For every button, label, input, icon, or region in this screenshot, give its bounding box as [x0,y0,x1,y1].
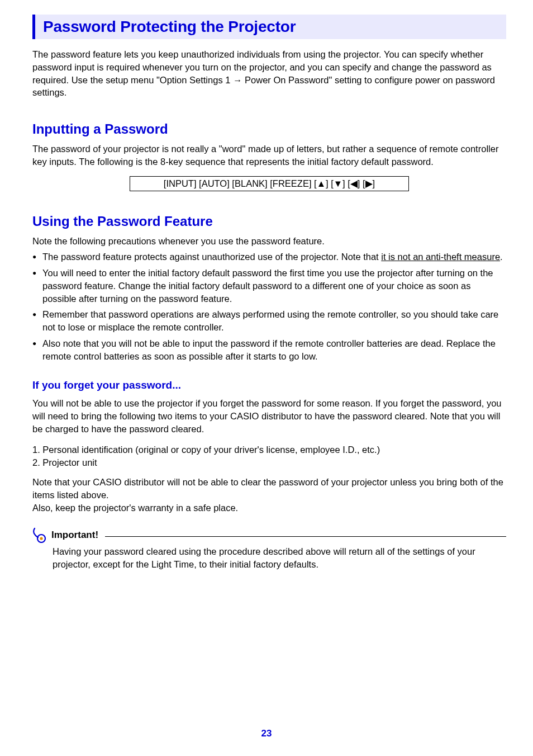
list-item: Remember that password operations are al… [32,308,506,334]
forget-paragraph-1: You will not be able to use the projecto… [32,397,506,435]
important-text: Having your password cleared using the p… [32,545,506,571]
forget-paragraph-3: Also, keep the projector's warranty in a… [32,502,506,514]
svg-point-1 [40,537,42,540]
required-items-list: 1. Personal identification (original or … [32,443,506,469]
default-password-keys: [INPUT] [AUTO] [BLANK] [FREEZE] [▲] [▼] … [130,176,409,191]
intro-paragraph: The password feature lets you keep unaut… [32,48,506,99]
section-heading-inputting: Inputting a Password [32,121,506,137]
section-heading-using: Using the Password Feature [32,214,506,229]
bullet-text-pre: The password feature protects against un… [42,252,381,262]
section-heading-forget: If you forget your password... [32,379,506,391]
page-title: Password Protecting the Projector [43,18,501,36]
precaution-list: The password feature protects against un… [32,251,506,362]
forget-paragraph-2: Note that your CASIO distributor will no… [32,476,506,502]
inputting-paragraph: The password of your projector is not re… [32,143,506,168]
list-item: 2. Projector unit [32,456,506,469]
list-item: You will need to enter the initial facto… [32,267,506,305]
important-callout: Important! Having your password cleared … [32,527,506,571]
list-item: The password feature protects against un… [32,251,506,263]
list-item: Also note that you will not be able to i… [32,337,506,363]
important-rule [105,536,506,537]
using-lead: Note the following precautions whenever … [32,235,506,248]
important-label: Important! [51,530,98,541]
bullet-text-post: . [500,252,503,262]
bullet-text-underlined: it is not an anti-theft measure [381,252,500,262]
important-icon [32,527,48,543]
page-title-bar: Password Protecting the Projector [32,15,506,39]
list-item: 1. Personal identification (original or … [32,443,506,456]
page-number: 23 [0,728,533,739]
